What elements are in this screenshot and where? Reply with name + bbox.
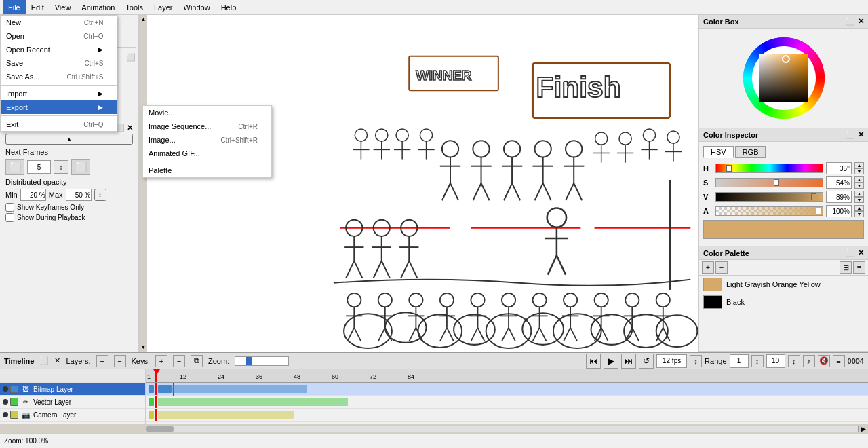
palette-view-btn[interactable]: ⊞ (840, 261, 852, 274)
scroll-up-arrow[interactable]: ▲ (140, 15, 148, 24)
palette-item-0[interactable]: Light Grayish Orange Yellow (699, 276, 868, 293)
export-palette[interactable]: Palette (143, 164, 271, 177)
tl-layer-color-camera[interactable] (10, 411, 18, 419)
export-image-seq[interactable]: Image Sequence... Ctrl+R (143, 119, 271, 133)
transport-loop-btn[interactable]: ↺ (639, 354, 654, 369)
show-playback-checkbox[interactable] (5, 213, 14, 222)
range-end-spin[interactable]: ↕ (788, 355, 800, 367)
menu-save[interactable]: Save Ctrl+S (1, 56, 117, 70)
max-spin[interactable]: ↕ (94, 189, 106, 201)
menu-save-as[interactable]: Save As... Ctrl+Shift+S (1, 70, 117, 83)
s-slider[interactable] (715, 178, 823, 187)
palette-menu-btn[interactable]: ≡ (853, 261, 865, 274)
a-spin-down[interactable]: ▼ (854, 211, 864, 217)
menu-export[interactable]: Export (1, 100, 117, 114)
color-wheel-canvas[interactable] (740, 34, 828, 122)
h-slider[interactable] (715, 164, 823, 173)
menu-view[interactable]: View (50, 0, 77, 14)
tl-layer-color-bitmap[interactable] (10, 385, 18, 393)
tl-menu-btn[interactable]: ≡ (833, 355, 845, 367)
menu-save-shortcut: Ctrl+S (84, 60, 103, 67)
timeline-scroll-thumb[interactable] (146, 426, 174, 432)
ruler-mark-48: 48 (294, 373, 300, 380)
tl-layer-camera[interactable]: 📷 Camera Layer (0, 409, 145, 422)
menu-new[interactable]: New Ctrl+N (1, 16, 117, 29)
palette-remove-btn[interactable]: − (715, 261, 728, 274)
onion-up-btn[interactable]: ▲ (5, 134, 133, 145)
tl-layer-vector[interactable]: ✏ Vector Layer (0, 396, 145, 409)
menu-open[interactable]: Open Ctrl+O (1, 29, 117, 43)
canvas[interactable]: Finish WINNER (147, 15, 698, 352)
onion-prev-frame[interactable]: ⬜ (5, 159, 24, 175)
menu-open-recent[interactable]: Open Recent (1, 43, 117, 56)
a-slider[interactable] (715, 206, 823, 216)
transport-play-btn[interactable]: ▶ (604, 354, 618, 369)
layer-add-btn[interactable]: + (96, 355, 108, 367)
onion-close-icon[interactable]: ✕ (127, 124, 133, 132)
color-wheel-wrapper[interactable] (740, 34, 828, 122)
export-image[interactable]: Image... Ctrl+Shift+R (143, 133, 271, 147)
color-box-expand[interactable]: ⬜ (846, 17, 855, 26)
timeline-scrollbar[interactable]: ▶ (0, 424, 868, 433)
keyframe-camera-1 (149, 411, 154, 419)
tl-layer-name-vector: Vector Layer (33, 398, 142, 406)
onion-next-frame[interactable]: ⬜ (71, 159, 90, 175)
zoom-slider[interactable] (235, 356, 289, 366)
transport-start-btn[interactable]: ⏮ (586, 354, 601, 369)
fps-spin[interactable]: ↕ (690, 355, 702, 367)
color-palette-expand[interactable]: ⬜ (846, 248, 855, 257)
palette-add-btn[interactable]: + (702, 261, 714, 274)
transport-playfwd-btn[interactable]: ⏭ (621, 354, 636, 369)
key-add-btn[interactable]: + (155, 355, 167, 367)
min-input[interactable] (20, 189, 46, 201)
layer-remove-btn[interactable]: − (114, 355, 126, 367)
v-spin-down[interactable]: ▼ (854, 197, 864, 203)
menu-animation[interactable]: Animation (76, 0, 120, 14)
menu-layer[interactable]: Layer (149, 0, 178, 14)
audio-btn[interactable]: ♪ (803, 355, 815, 367)
tab-hsv[interactable]: HSV (703, 146, 734, 158)
timeline-scroll-right[interactable]: ▶ (859, 424, 868, 434)
onion-frames-input[interactable] (27, 160, 51, 174)
key-remove-btn[interactable]: − (173, 355, 185, 367)
timeline-expand[interactable]: ⬜ (39, 356, 49, 365)
onion-frames-spin[interactable]: ↕ (54, 160, 68, 174)
color-palette-close[interactable]: ✕ (858, 248, 864, 257)
v-spin-up[interactable]: ▲ (854, 191, 864, 197)
timeline-scroll-track[interactable] (146, 426, 859, 432)
range-start-spin[interactable]: ↕ (751, 355, 764, 367)
menu-import[interactable]: Import (1, 87, 117, 100)
fps-input[interactable] (656, 354, 687, 368)
range-end-input[interactable] (766, 354, 785, 368)
key-dup-btn[interactable]: ⧉ (191, 355, 203, 367)
menu-file[interactable]: File (3, 0, 26, 14)
s-spin-down[interactable]: ▼ (854, 183, 864, 189)
color-box-close[interactable]: ✕ (858, 17, 864, 26)
menu-window[interactable]: Window (178, 0, 216, 14)
h-spin-down[interactable]: ▼ (854, 168, 864, 174)
palette-item-1[interactable]: Black (699, 293, 868, 311)
timeline-close[interactable]: ✕ (54, 356, 60, 365)
tl-layer-color-vector[interactable] (10, 398, 18, 406)
color-inspector-close[interactable]: ✕ (858, 130, 864, 139)
h-spin-up[interactable]: ▲ (854, 162, 864, 168)
a-spin-up[interactable]: ▲ (854, 205, 864, 211)
range-start-input[interactable] (730, 354, 749, 368)
v-slider[interactable] (715, 192, 823, 202)
menu-edit[interactable]: Edit (26, 0, 50, 14)
s-spin-up[interactable]: ▲ (854, 176, 864, 183)
menu-exit[interactable]: Exit Ctrl+Q (1, 117, 117, 131)
display-expand[interactable]: ⬜ (126, 53, 136, 62)
tab-rgb[interactable]: RGB (735, 146, 766, 158)
menu-help[interactable]: Help (216, 0, 242, 14)
menu-tools[interactable]: Tools (120, 0, 149, 14)
show-keyframes-checkbox[interactable] (5, 203, 14, 212)
export-movie[interactable]: Movie... (143, 106, 271, 119)
audio-mute-btn[interactable]: 🔇 (818, 355, 830, 367)
tl-layer-bitmap[interactable]: 🖼 Bitmap Layer (0, 383, 145, 396)
scroll-down-arrow[interactable]: ▼ (140, 343, 148, 352)
color-inspector-expand[interactable]: ⬜ (846, 130, 855, 139)
max-input[interactable] (66, 189, 92, 201)
zoom-label: Zoom: (208, 357, 229, 365)
export-animated-gif[interactable]: Animated GIF... (143, 147, 271, 160)
